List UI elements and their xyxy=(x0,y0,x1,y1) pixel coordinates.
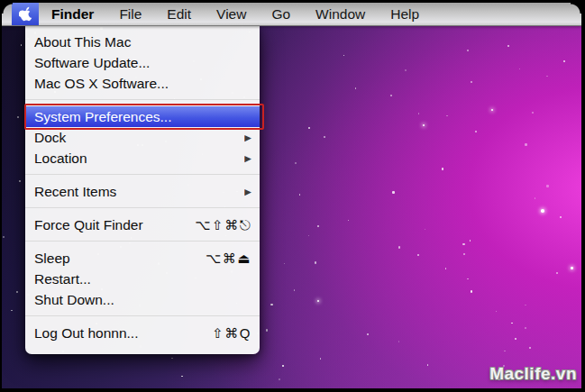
menu-item-about-this-mac[interactable]: About This Mac xyxy=(25,32,260,52)
submenu-arrow-icon: ▶ xyxy=(244,153,251,162)
menu-item-label: Log Out honnn... xyxy=(34,325,138,342)
menu-item-label: Restart... xyxy=(34,271,91,287)
menu-item-label: Shut Down... xyxy=(34,292,114,308)
menu-item-force-quit-finder[interactable]: Force Quit Finder⌥⇧⌘⎋ xyxy=(25,214,260,235)
menu-item-system-preferences[interactable]: System Preferences... xyxy=(25,106,260,127)
menu-separator xyxy=(25,174,260,175)
menu-item-label: System Preferences... xyxy=(34,109,171,125)
menu-separator xyxy=(25,315,260,316)
menubar-item-help[interactable]: Help xyxy=(378,3,432,25)
menu-separator xyxy=(25,241,260,242)
menu-separator xyxy=(25,99,260,100)
menu-item-shortcut: ⇧⌘Q xyxy=(212,325,251,342)
menubar-item-view[interactable]: View xyxy=(204,3,259,25)
apple-icon xyxy=(19,6,32,22)
menu-item-label: Location xyxy=(34,150,87,167)
menubar-item-window[interactable]: Window xyxy=(303,3,378,25)
menubar-item-edit[interactable]: Edit xyxy=(154,3,204,25)
apple-menu-button[interactable] xyxy=(12,3,39,25)
menu-item-label: Software Update... xyxy=(34,55,150,71)
menu-bar: FinderFileEditViewGoWindowHelp xyxy=(2,3,581,26)
menu-item-dock[interactable]: Dock▶ xyxy=(25,127,260,148)
menu-item-shut-down[interactable]: Shut Down... xyxy=(25,289,260,310)
menu-item-label: Sleep xyxy=(34,251,70,267)
menu-item-shortcut: ⌥⇧⌘⎋ xyxy=(195,217,251,233)
menu-item-mac-os-x-software[interactable]: Mac OS X Software... xyxy=(25,73,260,94)
menu-item-restart[interactable]: Restart... xyxy=(25,269,260,289)
menu-item-label: Recent Items xyxy=(34,184,116,200)
menu-item-location[interactable]: Location▶ xyxy=(25,148,260,169)
menu-item-label: About This Mac xyxy=(34,34,131,50)
submenu-arrow-icon: ▶ xyxy=(244,132,251,141)
menu-item-label: Dock xyxy=(34,130,66,146)
submenu-arrow-icon: ▶ xyxy=(244,187,251,196)
apple-menu-panel: About This MacSoftware Update...Mac OS X… xyxy=(25,25,260,354)
menu-item-recent-items[interactable]: Recent Items▶ xyxy=(25,181,260,202)
menu-item-sleep[interactable]: Sleep⌥⌘⏏ xyxy=(25,248,260,269)
menubar-items: FinderFileEditViewGoWindowHelp xyxy=(39,3,432,25)
menu-item-software-update[interactable]: Software Update... xyxy=(25,52,260,73)
menu-separator xyxy=(25,207,260,208)
menu-item-label: Mac OS X Software... xyxy=(34,76,169,92)
menu-item-log-out-honnn[interactable]: Log Out honnn...⇧⌘Q xyxy=(25,323,260,343)
menubar-item-file[interactable]: File xyxy=(106,3,154,25)
watermark: Maclife.vn xyxy=(489,364,577,384)
menu-item-shortcut: ⌥⌘⏏ xyxy=(206,251,251,267)
menubar-item-go[interactable]: Go xyxy=(259,3,303,25)
menubar-item-finder[interactable]: Finder xyxy=(39,3,106,25)
menu-item-label: Force Quit Finder xyxy=(34,217,143,233)
